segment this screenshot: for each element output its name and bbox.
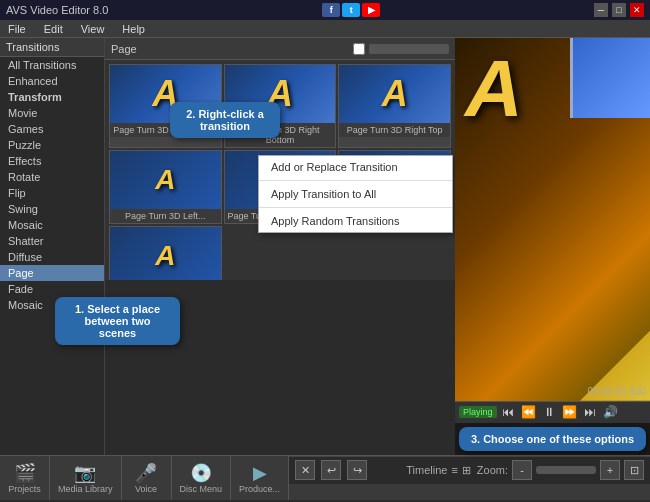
social-icons: f t ▶ — [322, 3, 380, 17]
controls-bar: ✕ ↩ ↪ Timeline ≡ ⊞ Zoom: - + ⊡ — [289, 456, 650, 484]
toolbar-projects[interactable]: 🎬 Projects — [0, 456, 50, 500]
menu-help[interactable]: Help — [118, 23, 149, 35]
right-panel: A 00:00:02.500 Playing ⏮ ⏪ ⏸ ⏩ ⏭ 🔊 3. Ch… — [455, 38, 650, 455]
titlebar: AVS Video Editor 8.0 f t ▶ ─ □ ✕ — [0, 0, 650, 20]
context-apply-random[interactable]: Apply Random Transitions — [259, 210, 452, 232]
thumb-img-3: A — [339, 65, 450, 123]
pb-skip-fwd[interactable]: ⏭ — [582, 405, 598, 419]
grid-icon: ⊞ — [462, 464, 471, 477]
context-apply-all[interactable]: Apply Transition to All — [259, 183, 452, 205]
twitter-icon[interactable]: t — [342, 3, 360, 17]
sidebar-item-puzzle[interactable]: Puzzle — [0, 137, 104, 153]
toolbar-media-label: Media Library — [58, 484, 113, 494]
toolbar-disc-label: Disc Menu — [180, 484, 223, 494]
video-timestamp: 00:00:02.500 — [588, 386, 646, 397]
bottom-toolbar: 🎬 Projects 📷 Media Library 🎤 Voice 💿 Dis… — [0, 455, 650, 500]
context-add-replace[interactable]: Add or Replace Transition — [259, 156, 452, 178]
page-label: Page — [111, 43, 137, 55]
pb-play[interactable]: ⏸ — [541, 405, 557, 419]
page-header: Page — [105, 38, 455, 60]
toolbar-voice-label: Voice — [135, 484, 157, 494]
toolbar-disc-menu[interactable]: 💿 Disc Menu — [172, 456, 232, 500]
sidebar-header: Transitions — [0, 38, 104, 57]
sidebar-item-diffuse[interactable]: Diffuse — [0, 249, 104, 265]
pb-skip-back[interactable]: ⏮ — [500, 405, 516, 419]
delete-button[interactable]: ✕ — [295, 460, 315, 480]
page-checkbox[interactable] — [353, 43, 365, 55]
sidebar-item-fade[interactable]: Fade — [0, 281, 104, 297]
minimize-button[interactable]: ─ — [594, 3, 608, 17]
sidebar-item-transform[interactable]: Transform — [0, 89, 104, 105]
voice-icon: 🎤 — [135, 462, 157, 484]
tooltip-choose-options: 3. Choose one of these options — [459, 427, 646, 451]
menubar: File Edit View Help — [0, 20, 650, 38]
redo-button[interactable]: ↪ — [347, 460, 367, 480]
produce-icon: ▶ — [253, 462, 267, 484]
undo-button[interactable]: ↩ — [321, 460, 341, 480]
page-scrollbar[interactable] — [369, 44, 449, 54]
sidebar-item-movie[interactable]: Movie — [0, 105, 104, 121]
toolbar-projects-label: Projects — [8, 484, 41, 494]
disc-menu-icon: 💿 — [190, 462, 212, 484]
media-library-icon: 📷 — [74, 462, 96, 484]
sidebar-item-games[interactable]: Games — [0, 121, 104, 137]
toolbar-produce[interactable]: ▶ Produce... — [231, 456, 289, 500]
toolbar-voice[interactable]: 🎤 Voice — [122, 456, 172, 500]
menu-file[interactable]: File — [4, 23, 30, 35]
menu-view[interactable]: View — [77, 23, 109, 35]
timeline-icon: ≡ — [451, 464, 457, 476]
thumb-label-4: Page Turn 3D Left... — [110, 209, 221, 223]
youtube-icon[interactable]: ▶ — [362, 3, 380, 17]
zoom-controls: Zoom: - + ⊡ — [477, 460, 644, 480]
thumbnail-area: A Page Turn 3D Left Bottom A Page Turn 3… — [105, 60, 455, 455]
page-header-controls — [353, 43, 449, 55]
sidebar-item-shatter[interactable]: Shatter — [0, 233, 104, 249]
close-button[interactable]: ✕ — [630, 3, 644, 17]
thumb-label-3: Page Turn 3D Right Top — [339, 123, 450, 137]
context-menu: Add or Replace Transition Apply Transiti… — [258, 155, 453, 233]
tooltip-select-place: 1. Select a place between two scenes — [55, 297, 180, 345]
sidebar-item-page[interactable]: Page — [0, 265, 104, 281]
app-title: AVS Video Editor 8.0 — [6, 4, 108, 16]
preview-image: A — [455, 38, 650, 401]
sidebar-item-mosaic1[interactable]: Mosaic — [0, 217, 104, 233]
sidebar-item-rotate[interactable]: Rotate — [0, 169, 104, 185]
sidebar-item-effects[interactable]: Effects — [0, 153, 104, 169]
zoom-fit[interactable]: ⊡ — [624, 460, 644, 480]
context-separator — [259, 180, 452, 181]
transitions-sidebar: Transitions All Transitions Enhanced Tra… — [0, 38, 105, 455]
window-controls: ─ □ ✕ — [594, 3, 644, 17]
pb-volume[interactable]: 🔊 — [601, 405, 620, 419]
thumb-page-turn-3d-right-top[interactable]: A Page Turn 3D Right Top — [338, 64, 451, 148]
zoom-out[interactable]: - — [512, 460, 532, 480]
timeline-controls: ✕ ↩ ↪ Timeline ≡ ⊞ Zoom: - + ⊡ — [289, 456, 650, 500]
sidebar-item-all[interactable]: All Transitions — [0, 57, 104, 73]
zoom-slider[interactable] — [536, 466, 596, 474]
tooltip-right-click: 2. Right-click a transition — [170, 102, 280, 138]
context-separator2 — [259, 207, 452, 208]
thumb-page-turn-3d-left2[interactable]: A Page Turn 3D Left... — [109, 150, 222, 224]
menu-edit[interactable]: Edit — [40, 23, 67, 35]
sidebar-item-enhanced[interactable]: Enhanced — [0, 73, 104, 89]
center-panel: Page A Page Turn 3D Left Bottom A Pag — [105, 38, 455, 455]
sidebar-item-flip[interactable]: Flip — [0, 185, 104, 201]
projects-icon: 🎬 — [14, 462, 36, 484]
preview-letter-a: A — [465, 43, 523, 135]
timeline-label: Timeline — [406, 464, 447, 476]
toolbar-produce-label: Produce... — [239, 484, 280, 494]
timeline-toggle[interactable]: Timeline ≡ ⊞ — [406, 464, 471, 477]
zoom-in[interactable]: + — [600, 460, 620, 480]
thumb-page-turn-album-left-top[interactable]: A Page Turn Album Left Top — [109, 226, 222, 280]
thumb-img-4: A — [110, 151, 221, 209]
main-container: Transitions All Transitions Enhanced Tra… — [0, 38, 650, 500]
sidebar-item-swing[interactable]: Swing — [0, 201, 104, 217]
maximize-button[interactable]: □ — [612, 3, 626, 17]
video-preview: A 00:00:02.500 — [455, 38, 650, 401]
sidebar-list: All Transitions Enhanced Transform Movie… — [0, 57, 104, 455]
preview-cube — [570, 38, 650, 118]
pb-next[interactable]: ⏩ — [560, 405, 579, 419]
zoom-label: Zoom: — [477, 464, 508, 476]
toolbar-media-library[interactable]: 📷 Media Library — [50, 456, 122, 500]
facebook-icon[interactable]: f — [322, 3, 340, 17]
pb-prev[interactable]: ⏪ — [519, 405, 538, 419]
